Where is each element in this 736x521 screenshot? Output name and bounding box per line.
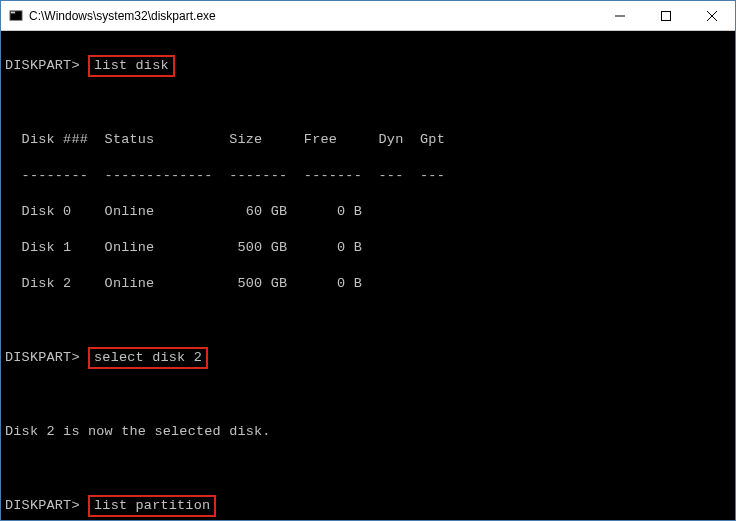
- disk-row: Disk 0 Online 60 GB 0 B: [5, 203, 731, 221]
- window-controls: [597, 1, 735, 30]
- minimize-icon: [615, 11, 625, 21]
- blank-line: [5, 387, 731, 405]
- titlebar[interactable]: C:\Windows\system32\diskpart.exe: [1, 1, 735, 31]
- close-button[interactable]: [689, 1, 735, 30]
- maximize-icon: [661, 11, 671, 21]
- window-title: C:\Windows\system32\diskpart.exe: [29, 9, 216, 23]
- svg-rect-3: [662, 11, 671, 20]
- message: Disk 2 is now the selected disk.: [5, 423, 731, 441]
- command-highlighted: list partition: [88, 495, 216, 517]
- terminal-output[interactable]: DISKPART> list disk Disk ### Status Size…: [1, 31, 735, 521]
- disk-row: Disk 2 Online 500 GB 0 B: [5, 275, 731, 293]
- disk-row: Disk 1 Online 500 GB 0 B: [5, 239, 731, 257]
- prompt: DISKPART>: [5, 350, 80, 365]
- console-window: C:\Windows\system32\diskpart.exe DISKPAR…: [0, 0, 736, 521]
- maximize-button[interactable]: [643, 1, 689, 30]
- title-left: C:\Windows\system32\diskpart.exe: [9, 9, 216, 23]
- app-icon: [9, 9, 23, 23]
- close-icon: [707, 11, 717, 21]
- svg-rect-1: [11, 11, 15, 13]
- prompt-line: DISKPART> list partition: [5, 495, 731, 517]
- blank-line: [5, 95, 731, 113]
- prompt-line: DISKPART> list disk: [5, 55, 731, 77]
- prompt: DISKPART>: [5, 58, 80, 73]
- command-highlighted: select disk 2: [88, 347, 208, 369]
- prompt-line: DISKPART> select disk 2: [5, 347, 731, 369]
- disk-header-row: Disk ### Status Size Free Dyn Gpt: [5, 131, 731, 149]
- disk-header-sep: -------- ------------- ------- ------- -…: [5, 167, 731, 185]
- command-highlighted: list disk: [88, 55, 175, 77]
- minimize-button[interactable]: [597, 1, 643, 30]
- prompt: DISKPART>: [5, 498, 80, 513]
- blank-line: [5, 459, 731, 477]
- blank-line: [5, 311, 731, 329]
